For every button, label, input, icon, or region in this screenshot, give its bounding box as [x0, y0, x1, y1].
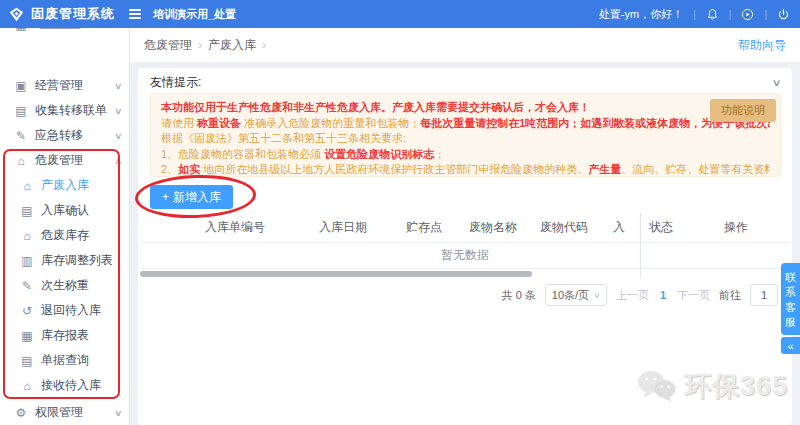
edit-doc-icon: ✎	[13, 129, 29, 143]
notice-line-2: 请使用 称重设备 准确录入危险废物的重量和包装物；每批次重量请控制在1吨范围内；…	[161, 116, 770, 132]
top-header: 固废管理系统 培训演示用_处置 处置-ym，你好！ | | |	[0, 0, 800, 28]
table-header-row: 入库单编号 入库日期 贮存点 废物名称 废物代码 入 状态 操作	[140, 213, 790, 243]
notice-panel: 本功能仅用于生产性危废和非生产性危废入库。产废入库需要提交并确认后，才会入库！ …	[150, 93, 781, 177]
goto-page-label: 前往	[719, 288, 741, 303]
edit-doc-icon: ✎	[19, 279, 35, 293]
notice-line-4: 1、危险废物的容器和包装物必须 设置危险废物识别标志；	[161, 147, 770, 163]
user-greeting: 处置-ym，你好！	[599, 7, 683, 22]
goto-page-input[interactable]	[750, 284, 778, 306]
document-icon: ▤	[19, 204, 35, 218]
logout-power-icon[interactable]	[777, 8, 790, 21]
separator: |	[764, 9, 767, 20]
plus-icon: +	[162, 190, 169, 204]
calendar-icon: ▦	[19, 329, 35, 343]
breadcrumb-item[interactable]: 产废入库	[208, 37, 256, 54]
contact-service-tab[interactable]: 联系客服	[781, 263, 800, 335]
add-intake-button[interactable]: +新增入库	[150, 185, 233, 209]
sidebar-item-intake-confirm[interactable]: ▤ 入库确认	[0, 198, 130, 223]
table-header-truncated: 入	[598, 213, 640, 242]
sidebar-item-secondary-weighing[interactable]: ✎ 次生称重	[0, 273, 130, 298]
chevron-down-icon: ∨	[593, 291, 601, 300]
page-size-select[interactable]: 10条/页∨	[545, 284, 607, 306]
workspace-name: 培训演示用_处置	[153, 7, 236, 22]
app-logo-icon	[9, 7, 24, 22]
sidebar-item-waste-intake[interactable]: ⌂ 产废入库	[0, 173, 130, 198]
sidebar-item-return-pending[interactable]: ↺ 退回待入库	[0, 298, 130, 323]
warehouse-icon: ⌂	[19, 179, 35, 193]
sidebar-item-receive-pending[interactable]: ⌂ 接收待入库	[0, 373, 130, 398]
breadcrumb-bar: 危废管理 › 产废入库 › 帮助向导	[130, 28, 800, 62]
sidebar-item-document-query[interactable]: ▤ 单据查询	[0, 348, 130, 373]
chevron-down-icon: ∨	[114, 106, 123, 116]
table-header: 废物代码	[530, 213, 598, 242]
main-content-card: 友情提示: ∨ 本功能仅用于生产性危废和非生产性危废入库。产废入库需要提交并确认…	[138, 68, 792, 425]
sidebar-item-hazwaste-mgmt[interactable]: ⌂ 危废管理 ∧	[0, 148, 130, 173]
table-header-status: 状态	[640, 213, 682, 242]
sidebar: ▦ ▣ 经营管理 ∨ ▤ 收集转移联单 ∨ ✎ 应急转移 ∨ ⌂ 危废管理 ∧ …	[0, 28, 130, 425]
list-icon: ▥	[19, 254, 35, 268]
chevron-down-icon: ∨	[114, 131, 123, 141]
separator: |	[693, 9, 696, 20]
notice-line-5: 2、如实 地向所在地县级以上地方人民政府环境保护行政主管部门申报危险废物的种类、…	[161, 162, 770, 177]
sidebar-item-stock-report[interactable]: ▦ 库存报表	[0, 323, 130, 348]
list-icon: ▤	[19, 354, 35, 368]
chevron-up-icon: ∧	[114, 156, 123, 166]
printer-icon: ▤	[13, 104, 29, 118]
sidebar-item-hazwaste-stock[interactable]: ⌂ 危废库存	[0, 223, 130, 248]
notice-line-1: 本功能仅用于生产性危废和非生产性危废入库。产废入库需要提交并确认后，才会入库！	[161, 100, 770, 116]
warehouse-icon: ⌂	[19, 229, 35, 243]
page-number-current[interactable]: 1	[658, 289, 668, 301]
table-empty-row: 暂无数据	[140, 243, 790, 269]
app-title: 固废管理系统	[31, 5, 115, 23]
empty-state-text: 暂无数据	[441, 247, 489, 264]
pagination-bar: 共 0 条 10条/页∨ 上一页 1 下一页 前往	[502, 284, 778, 306]
sidebar-item-emergency-transfer[interactable]: ✎ 应急转移 ∨	[0, 123, 130, 148]
table-header: 入库日期	[294, 213, 392, 242]
sidebar-item-permission-mgmt[interactable]: ⚙ 权限管理 ∨	[0, 400, 130, 425]
horizontal-scrollbar[interactable]	[140, 271, 532, 277]
table-header: 贮存点	[392, 213, 456, 242]
next-page-button[interactable]: 下一页	[677, 288, 710, 303]
warehouse-icon: ⌂	[19, 379, 35, 393]
chevron-down-icon: ∨	[114, 81, 123, 91]
pagination-total: 共 0 条	[502, 288, 536, 303]
table-header: 入库单编号	[176, 213, 294, 242]
notification-bell-icon[interactable]	[706, 8, 719, 21]
monitor-icon: ▣	[13, 79, 29, 93]
collapse-service-button[interactable]: «	[781, 337, 800, 354]
collapse-chevron-icon[interactable]: ∨	[771, 77, 781, 88]
sidebar-item-business-mgmt[interactable]: ▣ 经营管理 ∨	[0, 73, 130, 98]
feature-description-button[interactable]: 功能说明	[710, 99, 776, 122]
table-header-select	[140, 213, 176, 242]
separator: |	[729, 9, 732, 20]
breadcrumb-separator: ›	[198, 38, 202, 52]
tips-title: 友情提示:	[150, 74, 201, 91]
breadcrumb-separator: ›	[262, 38, 266, 52]
gear-icon: ⚙	[13, 406, 29, 420]
notice-line-3: 根据《固废法》第五十二条和第五十三条相关要求:	[161, 131, 770, 147]
table-header-actions: 操作	[682, 213, 790, 242]
home-icon: ⌂	[13, 154, 29, 168]
chevron-down-icon: ∨	[114, 408, 123, 418]
menu-toggle-icon[interactable]	[129, 9, 141, 19]
help-guide-link[interactable]: 帮助向导	[738, 37, 786, 54]
breadcrumb-item[interactable]: 危废管理	[144, 37, 192, 54]
return-arrow-icon: ↺	[19, 304, 35, 318]
prev-page-button[interactable]: 上一页	[616, 288, 649, 303]
table-header: 废物名称	[456, 213, 530, 242]
sidebar-item-collection-transfer[interactable]: ▤ 收集转移联单 ∨	[0, 98, 130, 123]
sidebar-item-stock-adjust-list[interactable]: ▥ 库存调整列表	[0, 248, 130, 273]
video-guide-icon[interactable]	[741, 8, 754, 21]
